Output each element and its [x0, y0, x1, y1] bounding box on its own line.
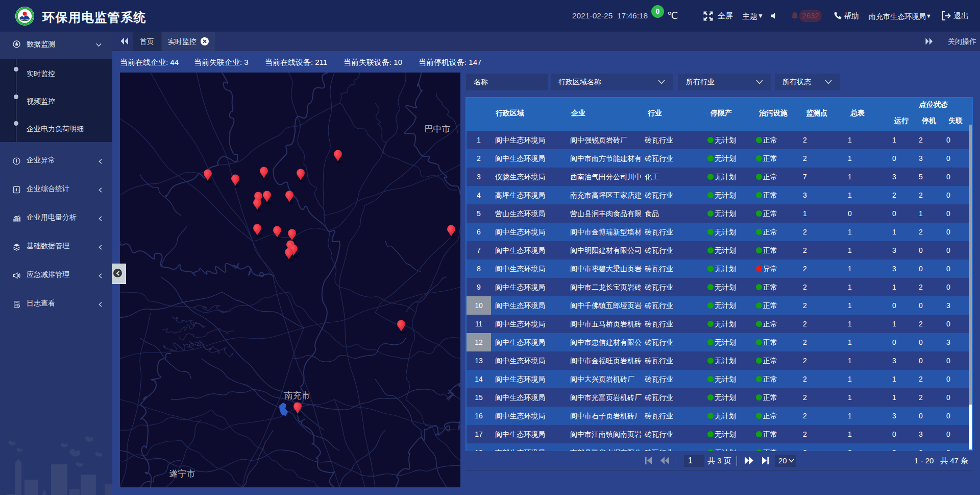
svg-text:巴中市: 巴中市 — [425, 124, 451, 134]
svg-text:南充市: 南充市 — [284, 391, 310, 400]
svg-text:遂宁市: 遂宁市 — [169, 469, 195, 479]
